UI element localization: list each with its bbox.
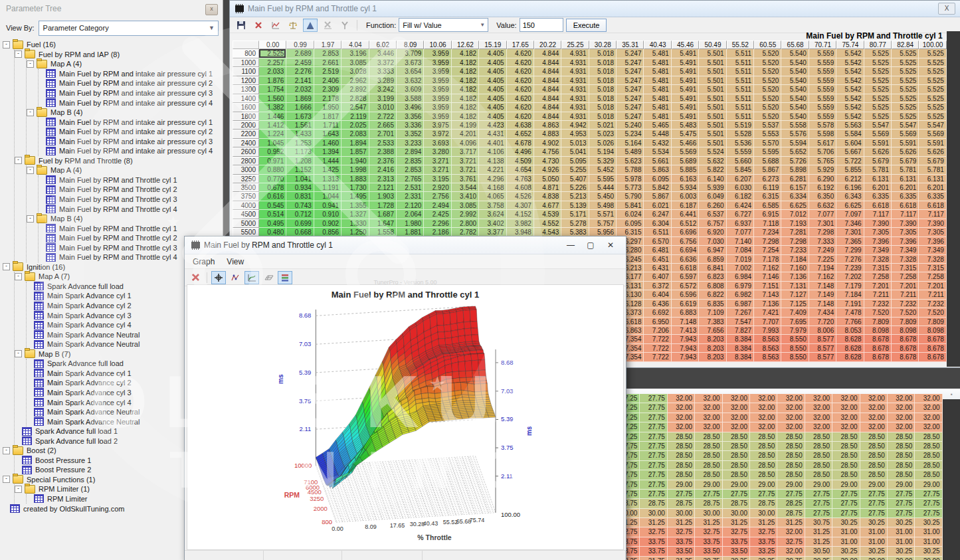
table-cell[interactable]: 5.452 — [589, 165, 617, 174]
table-cell[interactable]: 7.333 — [809, 237, 836, 246]
table-cell[interactable]: 1.444 — [314, 157, 341, 165]
table-cell[interactable]: 29.00 — [805, 480, 832, 490]
table-cell[interactable]: 32.00 — [777, 403, 805, 413]
table-cell[interactable]: 32.00 — [888, 413, 915, 422]
table-cell[interactable]: 5.278 — [561, 219, 589, 228]
table-cell[interactable]: 5.540 — [781, 49, 809, 58]
table-cell[interactable]: 2.853 — [314, 49, 341, 58]
table-cell[interactable]: 8.628 — [836, 335, 864, 343]
table-cell[interactable]: 3.356 — [397, 112, 424, 121]
table-cell[interactable]: 32.00 — [888, 403, 915, 413]
table-cell[interactable]: 1.754 — [259, 85, 286, 94]
table-cell[interactable]: 5.679 — [892, 157, 919, 165]
table-cell[interactable]: 6.570 — [644, 237, 671, 246]
column-header[interactable]: 100.00 — [919, 41, 946, 49]
table-cell[interactable]: 4.405 — [479, 103, 506, 112]
delete-icon[interactable] — [251, 19, 266, 32]
table-cell[interactable]: 7.002 — [727, 264, 754, 272]
table-cell[interactable]: 7.012 — [781, 210, 809, 219]
table-cell[interactable]: 7.125 — [781, 300, 809, 308]
table-cell[interactable]: 5.569 — [919, 130, 946, 138]
table-cell[interactable]: 6.822 — [699, 290, 726, 299]
view-3d-icon[interactable] — [303, 19, 318, 32]
table-cell[interactable]: 31.00 — [832, 527, 860, 537]
table-cell[interactable]: 7.201 — [864, 282, 892, 290]
table-cell[interactable]: 6.207 — [727, 175, 754, 183]
resize-grip-icon[interactable]: ▪ — [951, 392, 956, 397]
table-cell[interactable]: 0.678 — [259, 183, 286, 192]
line-graph-icon[interactable] — [268, 19, 283, 32]
table-cell[interactable]: 7.117 — [919, 210, 946, 219]
table-cell[interactable]: 4.756 — [534, 147, 561, 156]
table-cell[interactable]: 33.25 — [750, 547, 777, 556]
table-cell[interactable]: 5.525 — [892, 49, 919, 58]
table-cell[interactable]: 28.50 — [750, 461, 777, 470]
table-cell[interactable]: 3.271 — [424, 157, 451, 165]
tree-item[interactable]: -Fuel (16) — [3, 40, 223, 50]
table-cell[interactable]: 33.75 — [640, 537, 667, 547]
table-cell[interactable]: 4.182 — [452, 94, 479, 103]
tree-item[interactable]: Main Fuel by RPM and intake air pressure… — [39, 127, 223, 137]
table-cell[interactable]: 32.00 — [805, 422, 832, 432]
table-cell[interactable]: 28.50 — [750, 470, 777, 480]
table-cell[interactable]: 5.525 — [892, 67, 919, 76]
axis-x-icon[interactable] — [320, 19, 335, 32]
table-cell[interactable]: 2.296 — [424, 219, 451, 228]
row-header[interactable]: 1200 — [233, 76, 259, 85]
table-cell[interactable]: 5.194 — [589, 147, 617, 156]
table-cell[interactable]: 8.098 — [864, 326, 892, 335]
table-cell[interactable]: 3.242 — [369, 85, 397, 94]
table-cell[interactable]: 1.425 — [314, 165, 341, 174]
table-cell[interactable]: 5.569 — [864, 130, 892, 138]
expand-toggle-icon[interactable]: - — [3, 263, 10, 270]
table-cell[interactable]: 5.525 — [919, 67, 946, 76]
table-cell[interactable]: 5.525 — [892, 58, 919, 67]
table-cell[interactable]: 7.258 — [892, 272, 919, 281]
table-cell[interactable]: 5.591 — [864, 139, 892, 147]
table-cell[interactable]: 31.25 — [695, 518, 722, 527]
table-cell[interactable]: 29.00 — [668, 480, 695, 490]
table-cell[interactable]: 6.915 — [754, 210, 781, 219]
table-cell[interactable]: 5.623 — [617, 157, 644, 165]
table-cell[interactable]: 5.863 — [644, 165, 671, 174]
table-cell[interactable]: 5.540 — [781, 103, 809, 112]
table-cell[interactable]: 5.018 — [589, 58, 617, 67]
table-cell[interactable]: 5.885 — [672, 165, 699, 174]
table-cell[interactable]: 2.416 — [369, 165, 397, 174]
table-cell[interactable]: 6.315 — [754, 192, 781, 201]
table-cell[interactable]: 30.00 — [723, 509, 750, 518]
table-cell[interactable]: 5.563 — [836, 121, 864, 130]
table-cell[interactable]: 6.003 — [672, 192, 699, 201]
table-cell[interactable]: 6.537 — [699, 210, 726, 219]
table-cell[interactable]: 31.00 — [915, 537, 942, 547]
column-header[interactable]: 80.77 — [864, 41, 892, 49]
table-cell[interactable]: 6.334 — [781, 192, 809, 201]
table-cell[interactable]: 5.667 — [836, 147, 864, 156]
table-cell[interactable]: 7.194 — [809, 264, 836, 272]
table-cell[interactable]: 5.822 — [699, 165, 726, 174]
table-cell[interactable]: 3.085 — [452, 201, 479, 210]
table-cell[interactable]: 32.00 — [915, 422, 942, 432]
table-cell[interactable]: 5.525 — [892, 103, 919, 112]
table-cell[interactable]: 7.117 — [864, 210, 892, 219]
table-cell[interactable]: 5.525 — [864, 76, 892, 85]
table-cell[interactable]: 5.626 — [892, 147, 919, 156]
table-cell[interactable]: 32.00 — [888, 422, 915, 432]
table-cell[interactable]: 5.559 — [809, 112, 836, 121]
table-cell[interactable]: 6.021 — [644, 201, 671, 210]
table-cell[interactable]: 5.542 — [836, 103, 864, 112]
table-cell[interactable]: 28.50 — [805, 432, 832, 442]
row-header[interactable]: 5000 — [233, 219, 259, 228]
table-cell[interactable]: 0.952 — [259, 147, 286, 156]
table-cell[interactable]: 6.979 — [727, 282, 754, 290]
table-cell[interactable]: 6.247 — [644, 210, 671, 219]
table-cell[interactable]: 7.211 — [919, 290, 946, 299]
table-cell[interactable]: 7.434 — [809, 308, 836, 317]
table-cell[interactable]: 2.689 — [286, 49, 314, 58]
table-cell[interactable]: 1.330 — [341, 219, 369, 228]
table-cell[interactable]: 1.394 — [314, 147, 341, 156]
table-cell[interactable]: 2.525 — [259, 49, 286, 58]
table-cell[interactable]: 6.424 — [727, 201, 754, 210]
table-cell[interactable]: 5.525 — [919, 112, 946, 121]
table-cell[interactable]: 3.632 — [397, 76, 424, 85]
